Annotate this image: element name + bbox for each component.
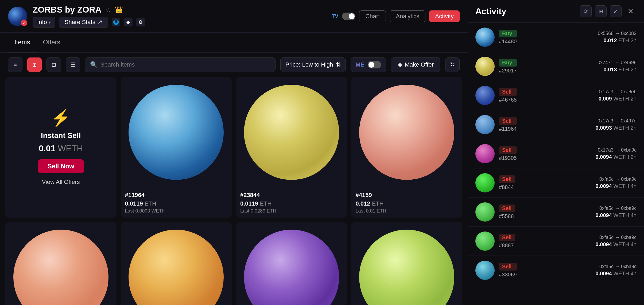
list-view-button[interactable]: ☰ — [66, 57, 80, 72]
header-bottom-row: Info ▾ Share Stats ↗ 🌐 ◆ ⚙ — [33, 17, 145, 28]
activity-orb-29017 — [475, 57, 495, 76]
crown-icon: 👑 — [115, 6, 123, 14]
nft-card-row2-4[interactable] — [351, 222, 463, 305]
activity-filter-button[interactable]: ⟳ — [580, 5, 592, 17]
search-box: 🔍 — [85, 57, 276, 72]
activity-addresses-11964: 0x17a3 → 0x497d — [598, 118, 637, 124]
activity-id-8887: #8887 — [499, 242, 515, 249]
activity-expand-icon: ⤢ — [614, 8, 618, 14]
sell-now-button[interactable]: Sell Now — [38, 159, 84, 173]
activity-addresses-19305: 0x17a3 → 0xba9c — [598, 147, 637, 153]
activity-panel: Activity ⟳ ⊞ ⤢ ✕ Buy #14480 0x55 — [468, 0, 644, 305]
nft-image-area-11964 — [121, 77, 232, 188]
chart-button[interactable]: Chart — [359, 10, 386, 22]
analytics-button[interactable]: Analytics — [390, 10, 425, 22]
activity-item-19305[interactable]: Sell #19305 0x17a3 → 0xba9c 0.0094 WETH … — [468, 139, 644, 168]
activity-filter-icon: ⟳ — [584, 8, 588, 14]
instant-sell-label: Instant Sell — [41, 131, 81, 140]
activity-expand-button[interactable]: ⤢ — [610, 5, 622, 17]
activity-orb-19305 — [475, 144, 495, 163]
activity-right-8844: 0xfa5c → 0xba9c 0.0094 WETH 4h — [596, 176, 637, 189]
activity-item-info-8887: Sell #8887 — [499, 234, 515, 249]
nft-grid: ⚡ Instant Sell 0.01 WETH Sell Now View A… — [5, 77, 462, 305]
globe-icon[interactable]: 🌐 — [112, 18, 120, 26]
activity-close-button[interactable]: ✕ — [625, 5, 637, 17]
filter-button[interactable]: ≡ — [8, 57, 22, 72]
activity-item-info-5588: Sell #5588 — [499, 204, 515, 219]
nft-id-23844: #23844 — [240, 192, 343, 199]
refresh-button[interactable]: ↻ — [445, 57, 460, 72]
activity-addresses-29017: 0x7471 → 0x4698 — [598, 60, 637, 65]
nft-orb-11964 — [129, 85, 224, 180]
activity-right-19305: 0x17a3 → 0xba9c 0.0094 WETH 2h — [596, 147, 637, 160]
share-stats-button[interactable]: Share Stats ↗ — [59, 17, 108, 28]
me-toggle-knob — [368, 62, 374, 68]
tv-toggle[interactable] — [342, 13, 355, 20]
list-icon: ☰ — [71, 61, 75, 68]
activity-orb-33069 — [475, 261, 495, 280]
nft-image-area-row2-2 — [121, 222, 232, 305]
left-panel: ✓ ZORBS by ZORA ☆ 👑 Info ▾ Share Stats ↗… — [0, 0, 468, 305]
nft-last-23844: Last 0.0289 ETH — [240, 208, 343, 214]
activity-id-8844: #8844 — [499, 184, 515, 190]
activity-type-33069: Sell — [499, 263, 517, 271]
nft-image-area-row2-4 — [351, 222, 463, 305]
nft-card-4159[interactable]: #4159 0.012 ETH Last 0.01 ETH — [351, 77, 463, 218]
activity-id-46768: #46768 — [499, 97, 517, 103]
nft-id-4159: #4159 — [356, 192, 458, 199]
sort-dropdown[interactable]: Price: Low to High ⇅ — [280, 57, 346, 72]
me-toggle[interactable] — [368, 61, 381, 68]
verified-badge: ✓ — [21, 20, 27, 26]
nft-card-23844[interactable]: #23844 0.0119 ETH Last 0.0289 ETH — [236, 77, 347, 218]
activity-addresses-8844: 0xfa5c → 0xba9c — [599, 176, 637, 182]
search-input[interactable] — [100, 61, 270, 68]
tv-logo: TV — [332, 13, 339, 19]
activity-item-8887[interactable]: Sell #8887 0xfa5c → 0xba9c 0.0094 WETH 4… — [468, 227, 644, 256]
activity-item-33069[interactable]: Sell #33069 0xfa5c → 0xba9c 0.0094 WETH … — [468, 256, 644, 285]
activity-item-11964[interactable]: Sell #11964 0x17a3 → 0x497d 0.0093 WETH … — [468, 110, 644, 139]
discord-icon[interactable]: ◆ — [124, 18, 133, 26]
nft-card-row2-2[interactable] — [121, 222, 232, 305]
activity-item-29017[interactable]: Buy #29017 0x7471 → 0x4698 0.013 ETH 2h — [468, 52, 644, 81]
activity-item-5588[interactable]: Sell #5588 0xfa5c → 0xba9c 0.0094 WETH 4… — [468, 198, 644, 227]
activity-orb-8844 — [475, 173, 495, 192]
star-icon[interactable]: ☆ — [105, 6, 111, 14]
activity-item-14480[interactable]: Buy #14480 0x5568 → 0xc083 0.012 ETH 2h — [468, 23, 644, 52]
tab-offers[interactable]: Offers — [37, 33, 67, 52]
activity-right-33069: 0xfa5c → 0xba9c 0.0094 WETH 4h — [596, 264, 637, 277]
nft-id-11964: #11964 — [125, 192, 228, 199]
instant-sell-card[interactable]: ⚡ Instant Sell 0.01 WETH Sell Now View A… — [5, 77, 117, 218]
activity-grid-button[interactable]: ⊞ — [595, 5, 607, 17]
nft-orb-row2-3 — [244, 230, 339, 305]
activity-orb-46768 — [475, 86, 495, 105]
tab-items[interactable]: Items — [8, 33, 37, 52]
activity-type-19305: Sell — [499, 146, 517, 154]
nft-image-area-4159 — [351, 77, 463, 188]
activity-right-46768: 0x17a3 → 0xa8eb 0.009 WETH 2h — [598, 89, 637, 102]
activity-right-14480: 0x5568 → 0xc083 0.012 ETH 2h — [598, 31, 637, 44]
nft-orb-row2-4 — [359, 230, 454, 305]
activity-item-46768[interactable]: Sell #46768 0x17a3 → 0xa8eb 0.009 WETH 2… — [468, 81, 644, 110]
view-all-offers-link[interactable]: View All Offers — [42, 179, 80, 186]
activity-type-46768: Sell — [499, 88, 517, 96]
settings-icon[interactable]: ⚙ — [136, 18, 145, 26]
activity-orb-8887 — [475, 231, 495, 251]
activity-type-8844: Sell — [499, 175, 515, 183]
activity-button[interactable]: Activity — [429, 10, 460, 22]
nft-info-23844: #23844 0.0119 ETH Last 0.0289 ETH — [236, 188, 347, 218]
nft-grid-container: ⚡ Instant Sell 0.01 WETH Sell Now View A… — [0, 77, 468, 305]
nft-card-11964[interactable]: #11964 0.0119 ETH Last 0.0093 WETH — [121, 77, 232, 218]
make-offer-icon: ◈ — [398, 61, 402, 68]
make-offer-button[interactable]: ◈ Make Offer — [391, 57, 440, 72]
nft-card-row2-3[interactable] — [236, 222, 347, 305]
activity-item-info-14480: Buy #14480 — [499, 30, 517, 45]
activity-item-8844[interactable]: Sell #8844 0xfa5c → 0xba9c 0.0094 WETH 4… — [468, 168, 644, 198]
grid-small-view-button[interactable]: ⊟ — [46, 57, 61, 72]
info-button[interactable]: Info ▾ — [33, 17, 55, 28]
grid-large-view-button[interactable]: ⊞ — [27, 57, 42, 72]
close-icon: ✕ — [628, 7, 634, 16]
nft-info-11964: #11964 0.0119 ETH Last 0.0093 WETH — [121, 188, 232, 218]
activity-type-5588: Sell — [499, 204, 515, 212]
nft-card-row2-1[interactable] — [5, 222, 117, 305]
nft-price-4159: 0.012 ETH — [356, 200, 458, 207]
